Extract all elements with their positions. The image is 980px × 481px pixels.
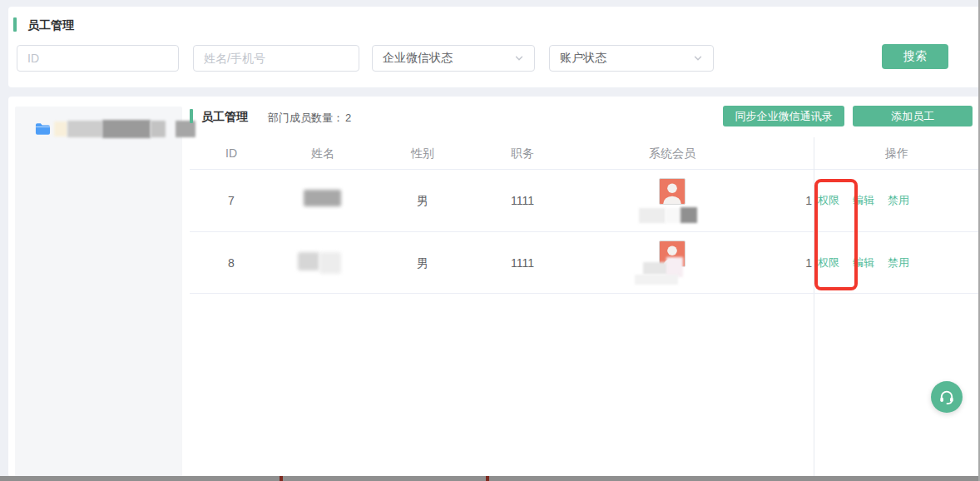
support-button[interactable]: [931, 381, 963, 413]
employee-panel-card: 员工管理 部门成员数量：2 同步企业微信通讯录 添加员工 ID 姓名 性别 职务…: [8, 97, 980, 477]
panel-title: 员工管理: [201, 110, 248, 125]
redacted-text: [67, 121, 102, 137]
id-input[interactable]: [17, 45, 179, 72]
account-status-select-label: 账户状态: [560, 51, 606, 66]
cell-gender: 男: [417, 194, 428, 207]
redacted-text: [666, 208, 682, 223]
horizontal-scrollbar[interactable]: [0, 476, 980, 481]
column-header-gender: 性别: [411, 146, 434, 161]
scrollbar-tick: [280, 476, 283, 481]
folder-icon: [35, 122, 51, 136]
column-header-name: 姓名: [311, 146, 334, 161]
column-header-member: 系统会员: [649, 146, 695, 161]
member-avatar: [659, 178, 686, 205]
table-row: 7 男 1111 1 权限 编辑 禁用: [190, 170, 980, 232]
wechat-status-select[interactable]: 企业微信状态: [372, 45, 535, 72]
chevron-down-icon: [693, 53, 703, 63]
wechat-status-select-label: 企业微信状态: [383, 51, 453, 66]
redacted-text: [54, 121, 67, 136]
department-tree-item[interactable]: [35, 118, 196, 140]
redacted-text: [635, 275, 678, 285]
table-row: 8 男 1111 1 权限 编辑 禁用: [190, 232, 980, 294]
row-actions: 权限 编辑 禁用: [818, 193, 909, 208]
row-actions: 权限 编辑 禁用: [818, 255, 909, 270]
redacted-text: [681, 207, 697, 223]
person-icon: [660, 179, 685, 204]
cell-job: 1111: [511, 256, 534, 270]
add-employee-button[interactable]: 添加员工: [853, 106, 973, 126]
sync-wechat-contacts-button[interactable]: 同步企业微信通讯录: [723, 106, 844, 126]
chevron-down-icon: [514, 53, 524, 63]
redacted-text: [639, 208, 666, 223]
redacted-text: [102, 120, 151, 138]
redacted-name: [304, 190, 341, 206]
column-header-actions: 操作: [885, 146, 908, 161]
cell-partial-number: 1: [804, 256, 812, 270]
cell-partial-number: 1: [804, 194, 812, 207]
cell-job: 1111: [511, 194, 534, 207]
scrollbar-tick: [486, 476, 489, 481]
department-sidebar: [15, 107, 182, 477]
page-title: 员工管理: [27, 18, 74, 33]
member-count: 部门成员数量：2: [268, 111, 351, 126]
name-phone-input[interactable]: [193, 45, 359, 72]
column-header-job: 职务: [511, 146, 534, 161]
cell-id: 7: [228, 194, 235, 207]
member-count-value: 2: [345, 112, 351, 124]
account-status-select[interactable]: 账户状态: [549, 45, 714, 72]
title-accent-bar: [13, 17, 17, 32]
member-count-label: 部门成员数量：: [268, 112, 344, 124]
search-button[interactable]: 搜索: [882, 44, 948, 69]
filter-card: 员工管理 企业微信状态 账户状态 搜索: [8, 7, 980, 87]
disable-link[interactable]: 禁用: [888, 193, 909, 208]
redacted-text: [176, 121, 196, 137]
headset-icon: [938, 388, 956, 406]
cell-gender: 男: [417, 256, 428, 270]
redacted-name: [319, 252, 341, 274]
disable-link[interactable]: 禁用: [888, 255, 909, 270]
edit-link[interactable]: 编辑: [853, 255, 874, 270]
cell-id: 8: [228, 256, 235, 270]
redacted-text: [151, 121, 166, 137]
edit-link[interactable]: 编辑: [853, 193, 874, 208]
column-header-id: ID: [225, 146, 237, 160]
permission-link[interactable]: 权限: [818, 193, 839, 208]
table-header-row: ID 姓名 性别 职务 系统会员 操作: [190, 137, 980, 170]
title-accent-bar: [190, 109, 193, 123]
permission-link[interactable]: 权限: [818, 255, 839, 270]
redacted-name: [298, 252, 319, 270]
